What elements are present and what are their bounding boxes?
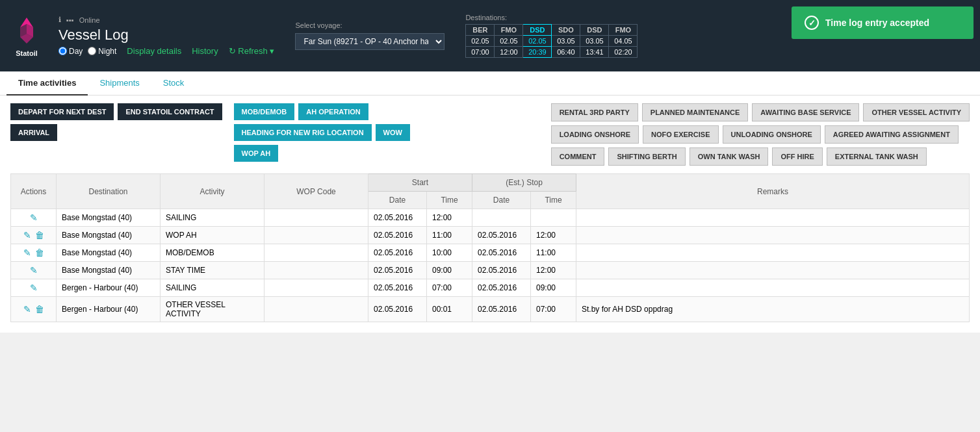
loading-onshore-button[interactable]: LOADING ONSHORE [551,125,639,144]
time-activities-table: Actions Destination Activity WOP Code St… [10,173,970,322]
wop-code-cell [264,227,368,244]
comment-button[interactable]: COMMENT [551,147,605,166]
stop-time-cell: 12:00 [531,227,576,244]
tabs-bar: Time activities Shipments Stock [0,71,980,95]
table-row: ✎Base Mongstad (40)STAY TIME02.05.201609… [11,262,970,279]
stop-date-cell: 02.05.2016 [472,297,531,322]
nofo-exercise-button[interactable]: NOFO EXERCISE [643,125,718,144]
actions-col-header: Actions [11,174,57,209]
planned-maintenance-button[interactable]: PLANNED MAINTENANCE [642,103,749,121]
mob-demob-button[interactable]: MOB/DEMOB [234,103,295,120]
table-row: ✎🗑Base Mongstad (40)MOB/DEMOB02.05.20161… [11,244,970,262]
actions-cell: ✎🗑 [11,244,57,262]
day-radio[interactable] [58,47,67,55]
rental-3rd-party-button[interactable]: RENTAL 3RD PARTY [551,103,638,121]
tab-time-activities[interactable]: Time activities [6,71,88,95]
table-group-header-row: Actions Destination Activity WOP Code St… [11,174,970,192]
night-radio[interactable] [88,47,96,55]
day-radio-label[interactable]: Day [58,47,83,56]
activity-col-header: Activity [161,174,264,209]
start-group-header: Start [368,174,472,192]
edit-icon[interactable]: ✎ [30,283,38,293]
stop-date-cell: 02.05.2016 [472,244,531,262]
stop-time-cell: 11:00 [531,244,576,262]
start-time-cell: 10:00 [427,244,472,262]
edit-icon[interactable]: ✎ [30,212,38,223]
start-date-cell: 02.05.2016 [368,262,427,279]
edit-icon[interactable]: ✎ [30,265,38,275]
start-date-cell: 02.05.2016 [368,297,427,322]
start-time-cell: 00:01 [427,297,472,322]
delete-icon[interactable]: 🗑 [35,304,44,314]
voyage-select[interactable]: Far Sun (89271 - OP - 40 Anchor handli [295,33,445,50]
right-gray-buttons: RENTAL 3RD PARTY PLANNED MAINTENANCE AWA… [551,103,970,166]
start-time-cell: 09:00 [427,262,472,279]
left-row-1: DEPART FOR NEXT DEST END STATOIL CONTRAC… [10,103,222,120]
heading-new-rig-button[interactable]: HEADING FOR NEW RIG LOCATION [234,124,372,141]
stop-time-cell: 12:00 [531,262,576,279]
activity-cell: MOB/DEMOB [161,244,264,262]
actions-cell: ✎ [11,262,57,279]
edit-icon[interactable]: ✎ [23,248,31,258]
stop-date-cell: 02.05.2016 [472,262,531,279]
tab-stock[interactable]: Stock [151,71,196,95]
day-label: Day [69,47,83,56]
arrival-button[interactable]: ARRIVAL [10,124,57,141]
depart-next-dest-button[interactable]: DEPART FOR NEXT DEST [10,103,114,120]
display-details-link[interactable]: Display details [127,46,181,56]
remarks-cell [576,279,970,297]
delete-icon[interactable]: 🗑 [35,230,44,240]
wop-code-cell [264,279,368,297]
activity-buttons-area: DEPART FOR NEXT DEST END STATOIL CONTRAC… [0,95,980,173]
wop-ah-button[interactable]: WOP AH [234,145,279,162]
refresh-link[interactable]: ↻ Refresh ▾ [229,46,275,56]
start-time-cell: 07:00 [427,279,472,297]
start-date-cell: 02.05.2016 [368,209,427,227]
actions-cell: ✎ [11,279,57,297]
time-activities-table-container: Actions Destination Activity WOP Code St… [0,173,980,333]
activity-cell: OTHER VESSEL ACTIVITY [161,297,264,322]
other-vessel-activity-button[interactable]: OTHER VESSEL ACTIVITY [863,103,970,121]
unloading-onshore-button[interactable]: UNLOADING ONSHORE [723,125,821,144]
start-time-col-header: Time [427,192,472,209]
edit-icon[interactable]: ✎ [23,230,31,240]
end-statoil-contract-button[interactable]: END STATOIL CONTRACT [118,103,222,120]
table-row: ✎Bergen - Harbour (40)SAILING02.05.20160… [11,279,970,297]
company-name: Statoil [16,49,38,57]
own-tank-wash-button[interactable]: OWN TANK WASH [690,147,769,166]
wow-button[interactable]: WOW [376,124,410,141]
wop-code-cell [264,297,368,322]
edit-icon[interactable]: ✎ [23,304,31,314]
app-header: Statoil ℹ ▪▪▪ Online Vessel Log Day Nigh… [0,0,980,71]
remarks-cell [576,227,970,244]
remarks-cell: St.by for AH DSD oppdrag [576,297,970,322]
history-link[interactable]: History [192,46,218,56]
external-tank-wash-button[interactable]: EXTERNAL TANK WASH [827,147,927,166]
agreed-awaiting-assignment-button[interactable]: AGREED AWAITING ASSIGNMENT [825,125,959,144]
statoil-logo [10,14,43,47]
activity-cell: WOP AH [161,227,264,244]
table-row: ✎🗑Bergen - Harbour (40)OTHER VESSEL ACTI… [11,297,970,322]
shifting-berth-button[interactable]: SHIFTING BERTH [608,147,685,166]
destinations-section: Destinations: BERFMODSDSDODSDFMO 02.0502… [465,14,638,58]
logo-area: Statoil [10,14,43,57]
remarks-cell [576,262,970,279]
off-hire-button[interactable]: OFF HIRE [772,147,822,166]
refresh-icon: ↻ [229,46,236,56]
night-label: Night [98,47,116,56]
destination-cell: Base Mongstad (40) [57,262,161,279]
delete-icon[interactable]: 🗑 [35,248,44,258]
wop-code-cell [264,262,368,279]
ah-operation-button[interactable]: AH OPERATION [298,103,368,120]
night-radio-label[interactable]: Night [88,47,116,56]
destination-cell: Bergen - Harbour (40) [57,279,161,297]
wop-code-cell [264,209,368,227]
tab-shipments[interactable]: Shipments [88,71,151,95]
awaiting-base-service-button[interactable]: AWAITING BASE SERVICE [752,103,859,121]
start-time-cell: 11:00 [427,227,472,244]
activity-cell: STAY TIME [161,262,264,279]
start-time-cell: 12:00 [427,209,472,227]
mid-row-1: MOB/DEMOB AH OPERATION [234,103,410,120]
right-row-2: LOADING ONSHORE NOFO EXERCISE UNLOADING … [551,125,970,144]
left-dark-buttons: DEPART FOR NEXT DEST END STATOIL CONTRAC… [10,103,222,141]
